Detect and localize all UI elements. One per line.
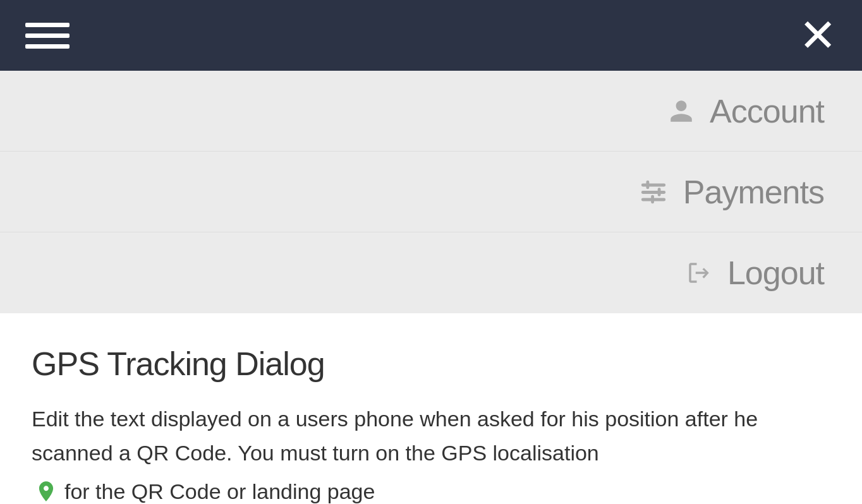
hamburger-line-2 xyxy=(25,33,70,38)
gps-pin-icon xyxy=(34,479,58,503)
description-text-2: for the QR Code or landing page xyxy=(64,474,375,504)
menu-item-payments[interactable]: Payments xyxy=(0,152,862,232)
payments-label: Payments xyxy=(683,173,824,211)
hamburger-line-1 xyxy=(25,23,70,27)
svg-rect-1 xyxy=(646,180,649,188)
content-description: Edit the text displayed on a users phone… xyxy=(32,402,830,504)
description-text-1: Edit the text displayed on a users phone… xyxy=(32,402,830,471)
nav-menu: Account Payments Logout xyxy=(0,71,862,313)
svg-rect-3 xyxy=(657,188,660,196)
payments-icon xyxy=(639,177,668,207)
logout-icon xyxy=(686,260,712,286)
logout-label: Logout xyxy=(727,254,824,292)
account-label: Account xyxy=(710,92,824,130)
navbar: ✕ xyxy=(0,0,862,71)
menu-item-logout[interactable]: Logout xyxy=(0,232,862,313)
main-content: GPS Tracking Dialog Edit the text displa… xyxy=(0,313,862,504)
page-title: GPS Tracking Dialog xyxy=(32,345,830,383)
menu-item-account[interactable]: Account xyxy=(0,71,862,152)
svg-rect-2 xyxy=(641,191,665,194)
account-icon xyxy=(668,98,695,124)
hamburger-line-3 xyxy=(25,44,70,49)
svg-rect-0 xyxy=(641,183,665,186)
close-button[interactable]: ✕ xyxy=(799,13,837,58)
hamburger-menu-button[interactable] xyxy=(25,23,70,49)
svg-rect-5 xyxy=(651,195,654,203)
